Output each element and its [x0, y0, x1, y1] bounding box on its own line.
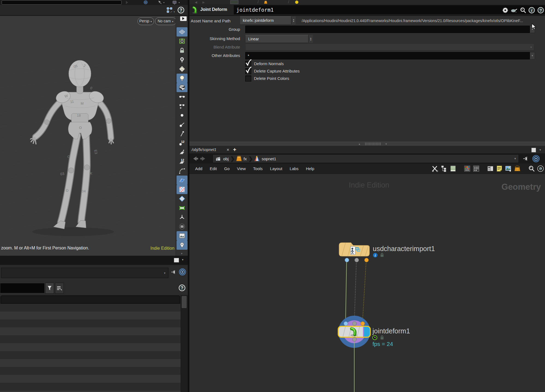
- filter-input[interactable]: [0, 283, 45, 293]
- glasses-button[interactable]: [177, 92, 187, 101]
- caret-icon[interactable]: ▼: [181, 252, 183, 255]
- list-row[interactable]: [0, 367, 181, 375]
- history-forward-icon[interactable]: [200, 155, 207, 162]
- pin-icon[interactable]: [522, 155, 529, 162]
- diamond-wire-button[interactable]: [177, 194, 187, 203]
- dashed-circle-button[interactable]: [177, 222, 187, 231]
- scrollbar-thumb[interactable]: [182, 296, 187, 308]
- uv-checker-button[interactable]: [177, 185, 187, 194]
- output-dot-blue[interactable]: [345, 258, 349, 262]
- bulb-button[interactable]: [177, 74, 187, 83]
- list-row[interactable]: [0, 391, 181, 392]
- tree-view-icon[interactable]: [440, 165, 448, 172]
- curve-button[interactable]: [177, 166, 187, 176]
- dot-button[interactable]: [177, 111, 187, 120]
- node-dot-icon[interactable]: [295, 1, 298, 4]
- node-title[interactable]: usdcharacterimport1: [373, 245, 435, 253]
- image-plus-icon[interactable]: [505, 165, 512, 172]
- help-icon[interactable]: ?: [178, 284, 186, 292]
- list-row[interactable]: [0, 335, 181, 343]
- menu-layout[interactable]: Layout: [267, 166, 286, 171]
- radar-icon[interactable]: [143, 0, 148, 5]
- pin-small-button[interactable]: [177, 129, 187, 138]
- network-tab[interactable]: /obj/fx/sopnet1: [192, 147, 216, 152]
- help-icon[interactable]: ?: [537, 6, 544, 14]
- propeller-button[interactable]: [177, 213, 187, 222]
- menu-view[interactable]: View: [234, 166, 250, 171]
- layout-grid-icon[interactable]: [473, 165, 480, 172]
- caret-icon[interactable]: ▼: [163, 2, 165, 4]
- output-dot-gray[interactable]: [352, 337, 357, 342]
- node-comment[interactable]: fps = 24: [373, 341, 393, 347]
- skinning-spinner[interactable]: ▲▼: [308, 35, 313, 43]
- list-row[interactable]: [0, 383, 181, 391]
- network-canvas[interactable]: Indie Edition Geometry: [189, 174, 545, 392]
- gear-icon[interactable]: [502, 6, 509, 14]
- toolbar-expand-button[interactable]: [180, 16, 187, 21]
- node-name-input[interactable]: jointdeform1: [234, 5, 545, 14]
- back-icon[interactable]: ◀: [195, 1, 197, 4]
- menu-go[interactable]: Go: [221, 166, 234, 171]
- help-icon[interactable]: ?: [177, 6, 185, 14]
- other-input[interactable]: *: [245, 52, 530, 59]
- menu-help[interactable]: Help: [302, 166, 318, 171]
- node-usdcharacterimport[interactable]: [337, 240, 371, 257]
- history-back-icon[interactable]: [192, 155, 199, 162]
- eye-icon[interactable]: [537, 165, 544, 172]
- search-icon[interactable]: [528, 165, 535, 172]
- tab-panel-icon[interactable]: [531, 148, 536, 152]
- pane-splitter[interactable]: ▲ ▼: [189, 142, 545, 146]
- checker-cube-button[interactable]: [177, 83, 187, 92]
- menu-edit[interactable]: Edit: [206, 166, 221, 171]
- checkbox[interactable]: [245, 76, 251, 82]
- bg-image-button[interactable]: [177, 231, 187, 240]
- crumb-fx[interactable]: fx: [244, 156, 247, 161]
- camera-button[interactable]: No cam▼: [155, 17, 175, 25]
- input-dot-blue[interactable]: [344, 321, 348, 326]
- plane-pin-button[interactable]: [177, 148, 187, 157]
- info-badge-icon[interactable]: i: [373, 252, 378, 258]
- link-target-icon[interactable]: [178, 268, 187, 276]
- splitter-grip[interactable]: [365, 143, 382, 145]
- forward-icon[interactable]: ▶: [202, 1, 205, 4]
- link-editor-icon[interactable]: [166, 7, 173, 14]
- menu-add[interactable]: Add: [192, 166, 206, 171]
- list-row[interactable]: [0, 375, 181, 383]
- plane-12-button[interactable]: 12: [177, 157, 187, 166]
- shelf-arrow-icon[interactable]: [126, 1, 128, 4]
- viewport-3d[interactable]: 0520W11M18OGE303KD04 Persp▼ No cam▼ zoom…: [0, 16, 175, 256]
- tab-close-icon[interactable]: ✕: [226, 148, 229, 152]
- caret-icon[interactable]: ▼: [539, 149, 541, 151]
- checkbox[interactable]: [245, 68, 251, 74]
- other-dropdown-button[interactable]: ▼: [530, 52, 535, 59]
- list-options-button[interactable]: [55, 283, 64, 294]
- select-mode-icon[interactable]: [158, 0, 162, 5]
- list-row[interactable]: [0, 359, 181, 367]
- ball-stick-button[interactable]: [177, 120, 187, 129]
- list-row[interactable]: [0, 351, 181, 359]
- list-row[interactable]: [0, 319, 181, 327]
- ball-12-button[interactable]: 12: [177, 138, 187, 148]
- node-jointdeform[interactable]: [337, 325, 372, 339]
- crumb-obj[interactable]: obj: [223, 156, 229, 161]
- input-dot-gray[interactable]: [352, 321, 357, 326]
- caret-icon[interactable]: ▼: [181, 258, 184, 261]
- display-mode-icon[interactable]: [172, 0, 177, 5]
- output-dot-orange[interactable]: [364, 258, 369, 262]
- green-hull-button[interactable]: [177, 203, 187, 213]
- pin-icon[interactable]: [171, 269, 177, 275]
- pan-icon[interactable]: [510, 6, 517, 14]
- list-scrollbar[interactable]: [181, 295, 188, 392]
- search-icon[interactable]: [519, 6, 526, 14]
- shaded-plane-button[interactable]: [177, 176, 187, 185]
- checkbox[interactable]: [245, 61, 251, 67]
- list-row[interactable]: [0, 327, 181, 335]
- input-dot-orange[interactable]: [361, 321, 365, 326]
- fx-icon[interactable]: [262, 0, 269, 4]
- menu-tools[interactable]: Tools: [250, 166, 267, 171]
- palette-icon[interactable]: [464, 165, 471, 172]
- list-row[interactable]: [0, 312, 181, 319]
- caret-icon[interactable]: ▼: [514, 157, 516, 160]
- panel-icon[interactable]: [487, 165, 494, 172]
- group-input[interactable]: [245, 26, 530, 33]
